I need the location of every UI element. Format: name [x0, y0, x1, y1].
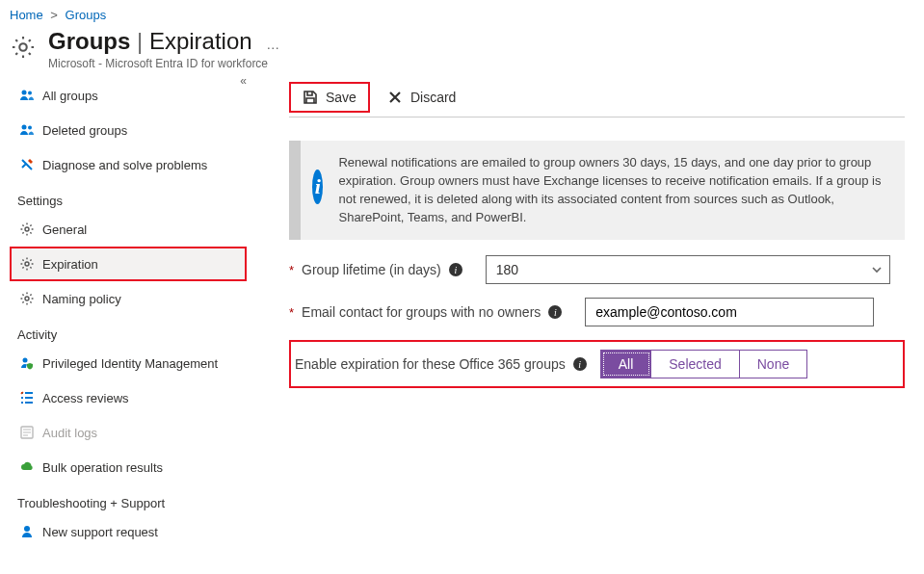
sidebar-label: Naming policy — [42, 292, 121, 306]
sidebar-label: Audit logs — [42, 426, 97, 440]
sidebar-item-pim[interactable]: Privileged Identity Management — [10, 346, 247, 380]
sidebar-section-support: Troubleshooting + Support — [10, 484, 247, 514]
svg-point-2 — [28, 91, 32, 95]
sidebar-label: Privileged Identity Management — [42, 356, 218, 371]
gear-icon — [19, 222, 35, 237]
breadcrumb: Home > Groups — [0, 0, 924, 26]
enable-label: Enable expiration for these Office 365 g… — [295, 356, 566, 372]
checklist-icon — [19, 390, 35, 405]
discard-label: Discard — [410, 90, 456, 105]
gear-icon — [10, 34, 37, 61]
sidebar-section-activity: Activity — [10, 316, 247, 346]
collapse-icon[interactable]: « — [240, 74, 247, 88]
page-subtitle: Microsoft - Microsoft Entra ID for workf… — [48, 57, 280, 70]
sidebar-item-diagnose[interactable]: Diagnose and solve problems — [10, 147, 247, 182]
people-icon — [19, 122, 35, 138]
sidebar-label: Expiration — [42, 257, 98, 272]
close-icon — [387, 90, 403, 105]
gear-icon — [19, 256, 35, 272]
option-all[interactable]: All — [601, 351, 652, 378]
main-content: Save Discard i Renewal notifications are… — [251, 78, 924, 549]
svg-point-1 — [22, 91, 27, 95]
info-icon[interactable]: i — [449, 263, 462, 276]
breadcrumb-home[interactable]: Home — [10, 8, 43, 22]
email-input[interactable] — [585, 298, 874, 326]
sidebar-item-bulk-results[interactable]: Bulk operation results — [10, 450, 247, 484]
wrench-icon — [19, 157, 35, 172]
info-notice: i Renewal notifications are emailed to g… — [289, 141, 905, 240]
sidebar-label: Access reviews — [42, 391, 129, 405]
lifetime-label: Group lifetime (in days) — [302, 262, 441, 277]
option-none[interactable]: None — [740, 351, 806, 378]
notice-band — [289, 141, 301, 240]
cloud-icon — [19, 459, 35, 475]
sidebar-item-all-groups[interactable]: All groups — [10, 78, 247, 113]
info-icon[interactable]: i — [573, 357, 587, 371]
sidebar-section-settings: Settings — [10, 182, 247, 212]
sidebar-item-general[interactable]: General — [10, 212, 247, 247]
sidebar-item-audit-logs[interactable]: Audit logs — [10, 415, 247, 450]
sidebar-label: All groups — [42, 89, 98, 103]
support-icon — [19, 524, 35, 539]
save-label: Save — [326, 90, 356, 105]
svg-point-5 — [25, 227, 29, 231]
required-indicator: * — [289, 263, 294, 277]
notice-text: Renewal notifications are emailed to gro… — [334, 141, 905, 240]
sidebar-item-naming-policy[interactable]: Naming policy — [10, 281, 247, 316]
sidebar-label: Diagnose and solve problems — [42, 158, 207, 172]
log-icon — [19, 425, 35, 440]
enable-options: All Selected None — [600, 350, 808, 378]
svg-point-10 — [24, 526, 30, 532]
sidebar-label: Deleted groups — [42, 123, 127, 138]
discard-button[interactable]: Discard — [374, 82, 469, 113]
svg-point-4 — [28, 126, 32, 130]
breadcrumb-separator: > — [46, 8, 62, 22]
sidebar-item-new-support[interactable]: New support request — [10, 514, 247, 549]
email-label: Email contact for groups with no owners — [302, 304, 541, 320]
overflow-menu[interactable]: … — [258, 37, 280, 52]
sidebar-item-deleted-groups[interactable]: Deleted groups — [10, 113, 247, 147]
svg-point-0 — [19, 43, 26, 50]
svg-point-8 — [23, 358, 28, 363]
info-icon: i — [312, 170, 323, 204]
info-icon[interactable]: i — [548, 305, 562, 319]
toolbar: Save Discard — [289, 78, 905, 117]
page-header: Groups | Expiration … Microsoft - Micros… — [0, 26, 924, 78]
sidebar-item-access-reviews[interactable]: Access reviews — [10, 380, 247, 415]
lifetime-select[interactable]: 180 — [486, 255, 890, 284]
sidebar-item-expiration[interactable]: Expiration — [10, 247, 247, 281]
svg-point-6 — [25, 262, 29, 266]
gear-icon — [19, 291, 35, 306]
sidebar-label: General — [42, 222, 87, 237]
sidebar-label: New support request — [42, 525, 158, 539]
sidebar: « All groups Deleted groups Diagnose and… — [0, 78, 251, 549]
svg-point-7 — [25, 297, 29, 300]
page-title: Groups | Expiration … — [48, 28, 280, 55]
save-button[interactable]: Save — [289, 82, 370, 113]
sidebar-label: Bulk operation results — [42, 460, 163, 475]
svg-point-3 — [22, 125, 27, 130]
required-indicator: * — [289, 305, 294, 320]
form: * Group lifetime (in days) i 180 * Email… — [289, 255, 905, 388]
person-shield-icon — [19, 355, 35, 371]
save-icon — [303, 90, 318, 105]
people-icon — [19, 88, 35, 103]
breadcrumb-groups[interactable]: Groups — [66, 8, 107, 22]
option-selected[interactable]: Selected — [651, 351, 739, 378]
